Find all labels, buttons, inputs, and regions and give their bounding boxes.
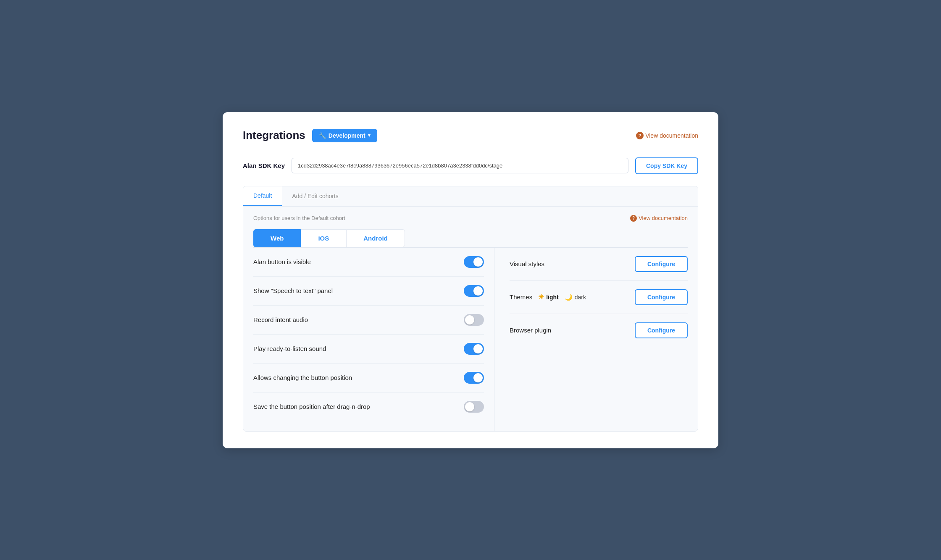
toggle-button-position[interactable]: [464, 372, 484, 384]
setting-record-intent: Record intent audio: [253, 306, 484, 335]
toggle-slider-alan-visible: [464, 256, 484, 268]
tab-cohorts[interactable]: Add / Edit cohorts: [282, 186, 349, 206]
theme-light-label: light: [546, 294, 559, 301]
platform-tab-web[interactable]: Web: [253, 229, 301, 247]
platform-tab-android[interactable]: Android: [346, 229, 405, 247]
setting-ready-sound: Play ready-to-listen sound: [253, 335, 484, 364]
label-visual-styles: Visual styles: [510, 260, 544, 267]
setting-label-save-position: Save the button position after drag-n-dr…: [253, 403, 370, 410]
setting-alan-visible: Alan button is visible: [253, 248, 484, 277]
right-setting-browser-plugin: Browser plugin Configure: [510, 314, 688, 347]
cohort-info-row: Options for users in the Default cohort …: [253, 215, 688, 222]
toggle-ready-sound[interactable]: [464, 343, 484, 355]
setting-label-ready-sound: Play ready-to-listen sound: [253, 345, 326, 352]
toggle-slider-record-intent: [464, 314, 484, 326]
setting-label-speech-to-text: Show "Speech to text" panel: [253, 287, 333, 294]
label-browser-plugin: Browser plugin: [510, 327, 551, 334]
main-content: Alan button is visible Show "Speech to t…: [253, 247, 688, 431]
toggle-alan-visible[interactable]: [464, 256, 484, 268]
sdk-key-label: Alan SDK Key: [243, 162, 285, 169]
configure-visual-styles-button[interactable]: Configure: [635, 256, 688, 272]
chevron-down-icon: ▾: [368, 133, 371, 138]
right-setting-visual-styles: Visual styles Configure: [510, 248, 688, 281]
sdk-key-input[interactable]: [292, 158, 628, 173]
wrench-icon: 🔧: [319, 132, 326, 139]
theme-option-dark[interactable]: 🌙 dark: [565, 293, 586, 301]
tabs-container: Default Add / Edit cohorts Options for u…: [243, 186, 698, 432]
toggle-save-position[interactable]: [464, 401, 484, 413]
platform-tabs: Web iOS Android: [253, 229, 688, 247]
platform-tab-ios[interactable]: iOS: [301, 229, 346, 247]
toggle-slider-button-position: [464, 372, 484, 384]
toggle-record-intent[interactable]: [464, 314, 484, 326]
cohort-help-icon: ?: [630, 215, 637, 222]
sdk-row: Alan SDK Key Copy SDK Key: [243, 157, 698, 174]
themes-row: Themes ☀ light 🌙 dark: [510, 293, 586, 301]
env-button[interactable]: 🔧 Development ▾: [312, 129, 377, 142]
setting-label-button-position: Allows changing the button position: [253, 374, 352, 381]
main-card: Integrations 🔧 Development ▾ ? View docu…: [223, 112, 718, 448]
help-icon: ?: [636, 132, 644, 139]
tabs-body: Options for users in the Default cohort …: [243, 207, 698, 431]
theme-dark-label: dark: [575, 294, 586, 301]
sun-icon: ☀: [538, 293, 544, 301]
theme-option-light[interactable]: ☀ light: [538, 293, 559, 301]
cohort-info-text: Options for users in the Default cohort: [253, 215, 345, 221]
configure-browser-plugin-button[interactable]: Configure: [635, 322, 688, 338]
toggle-slider-ready-sound: [464, 343, 484, 355]
setting-button-position: Allows changing the button position: [253, 364, 484, 393]
settings-column: Alan button is visible Show "Speech to t…: [253, 248, 494, 431]
setting-label-alan-visible: Alan button is visible: [253, 258, 311, 265]
moon-icon: 🌙: [565, 293, 573, 301]
header-left: Integrations 🔧 Development ▾: [243, 129, 377, 142]
toggle-speech-to-text[interactable]: [464, 285, 484, 297]
env-button-label: Development: [329, 132, 365, 139]
tabs-header: Default Add / Edit cohorts: [243, 186, 698, 207]
header-row: Integrations 🔧 Development ▾ ? View docu…: [243, 129, 698, 142]
setting-save-position: Save the button position after drag-n-dr…: [253, 393, 484, 421]
right-column: Visual styles Configure Themes ☀ light 🌙: [494, 248, 688, 431]
cohort-view-doc-link[interactable]: ? View documentation: [630, 215, 688, 222]
cohort-view-doc-label: View documentation: [639, 215, 688, 221]
right-setting-themes: Themes ☀ light 🌙 dark Configure: [510, 281, 688, 314]
toggle-slider-speech-to-text: [464, 285, 484, 297]
copy-sdk-key-button[interactable]: Copy SDK Key: [635, 157, 698, 174]
configure-themes-button[interactable]: Configure: [635, 289, 688, 305]
tab-default[interactable]: Default: [243, 186, 282, 206]
toggle-slider-save-position: [464, 401, 484, 413]
page-title: Integrations: [243, 129, 305, 142]
setting-label-record-intent: Record intent audio: [253, 316, 308, 323]
setting-speech-to-text: Show "Speech to text" panel: [253, 277, 484, 306]
view-doc-label: View documentation: [645, 132, 698, 139]
label-themes: Themes: [510, 293, 532, 301]
view-documentation-link[interactable]: ? View documentation: [636, 132, 698, 139]
